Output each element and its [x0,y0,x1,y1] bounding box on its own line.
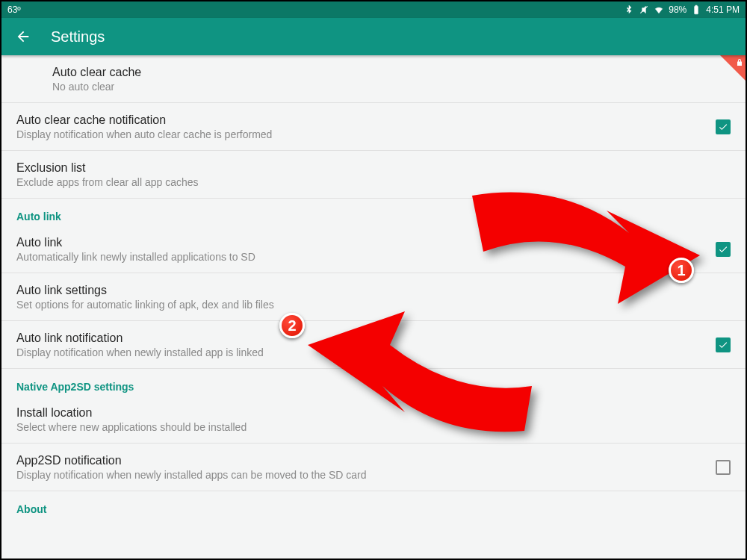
row-subtitle: Automatically link newly installed appli… [16,251,707,263]
row-subtitle: Display notification when auto clear cac… [16,128,707,140]
row-install-location[interactable]: Install location Select where new applic… [1,396,746,444]
settings-list: Auto clear cache No auto clear Auto clea… [1,55,746,518]
row-app2sd-notif[interactable]: App2SD notification Display notification… [1,444,746,491]
lock-corner-icon [720,55,746,81]
status-temperature: 63º [7,4,21,15]
section-about: About [1,491,746,518]
bluetooth-icon [624,4,634,15]
app-bar: Settings [1,18,746,55]
row-title: Auto link settings [16,284,731,297]
row-auto-clear-notif[interactable]: Auto clear cache notification Display no… [1,103,746,151]
row-auto-clear-cache[interactable]: Auto clear cache No auto clear [1,55,746,103]
checkbox-app2sd-notif[interactable] [716,460,731,475]
row-title: Auto clear cache notification [16,113,707,127]
row-title: Exclusion list [16,161,731,175]
row-title: Auto clear cache [52,66,731,79]
status-time: 4:51 PM [706,4,740,15]
page-title: Settings [51,28,105,46]
status-battery-pct: 98% [669,4,686,15]
row-subtitle: No auto clear [52,81,731,93]
svg-line-0 [641,6,648,13]
checkbox-auto-clear-notif[interactable] [716,119,731,134]
row-auto-link[interactable]: Auto link Automatically link newly insta… [1,225,746,273]
row-auto-link-settings[interactable]: Auto link settings Set options for autom… [1,273,746,321]
checkbox-auto-link[interactable] [716,242,731,257]
row-subtitle: Display notification when newly installe… [16,346,707,358]
wifi-icon [654,4,664,15]
row-subtitle: Exclude apps from clear all app caches [16,176,731,188]
status-bar: 63º 98% 4:51 PM [1,1,746,18]
row-exclusion-list[interactable]: Exclusion list Exclude apps from clear a… [1,151,746,199]
row-subtitle: Display notification when newly installe… [16,469,707,481]
checkbox-auto-link-notif[interactable] [716,337,731,352]
row-title: Install location [16,406,731,420]
battery-icon [691,4,701,15]
mute-icon [639,4,649,15]
row-subtitle: Set options for automatic linking of apk… [16,299,731,311]
section-auto-link: Auto link [1,199,746,225]
row-title: App2SD notification [16,454,707,467]
section-native-app2sd: Native App2SD settings [1,369,746,396]
row-subtitle: Select where new applications should be … [16,421,731,433]
row-title: Auto link notification [16,332,707,345]
row-title: Auto link [16,236,707,249]
row-auto-link-notif[interactable]: Auto link notification Display notificat… [1,321,746,369]
back-button[interactable] [10,24,36,49]
